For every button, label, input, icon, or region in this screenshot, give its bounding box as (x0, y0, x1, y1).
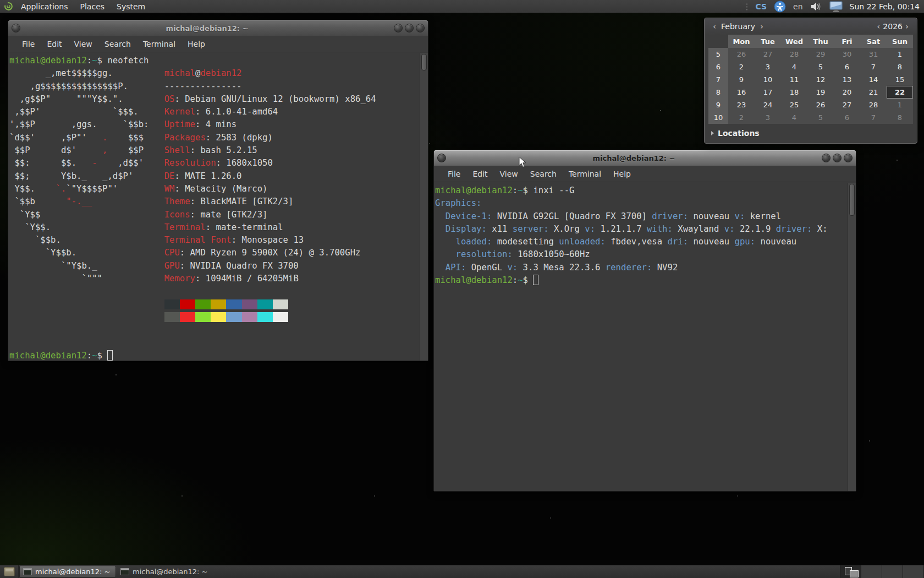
calendar-day[interactable]: 21 (860, 86, 887, 99)
menu-item-help[interactable]: Help (607, 167, 637, 181)
menu-item-view[interactable]: View (68, 37, 98, 51)
calendar-day[interactable]: 7 (860, 61, 887, 73)
calendar-day[interactable]: 6 (834, 61, 860, 73)
calendar-day[interactable]: 18 (781, 86, 807, 99)
calendar-day[interactable]: 2 (728, 111, 755, 124)
calendar-day[interactable]: 2 (728, 61, 755, 73)
locations-expander[interactable]: Locations (705, 124, 917, 140)
calendar-day[interactable]: 17 (755, 86, 781, 99)
calendar-day[interactable]: 3 (755, 111, 781, 124)
menu-item-search[interactable]: Search (98, 37, 137, 51)
menu-item-view[interactable]: View (494, 167, 524, 181)
menu-item-file[interactable]: File (442, 167, 466, 181)
calendar-day[interactable]: 13 (834, 73, 860, 86)
calendar-day[interactable]: 28 (860, 99, 887, 111)
top-panel: Applications Places System CS en Sun 22 … (0, 0, 924, 13)
close-button[interactable] (844, 154, 853, 162)
calendar-day[interactable]: 5 (807, 61, 834, 73)
panel-notification-area: CS en Sun 22 Feb, 00:14 (746, 0, 924, 13)
close-button[interactable] (416, 24, 425, 32)
menu-item-terminal[interactable]: Terminal (137, 37, 182, 51)
day-header-sun: Sun (887, 35, 913, 48)
calendar-day[interactable]: 16 (728, 86, 755, 99)
calendar-day[interactable]: 29 (807, 48, 834, 61)
terminal2-scrollbar[interactable] (848, 183, 856, 491)
terminal-line: Display: x11 server: X.Org v: 1.21.1.7 w… (435, 223, 848, 236)
calendar-day[interactable]: 9 (728, 73, 755, 86)
calendar-day[interactable]: 25 (781, 99, 807, 111)
calendar-day[interactable]: 7 (860, 111, 887, 124)
window-menu-button[interactable] (12, 24, 20, 32)
menu-item-edit[interactable]: Edit (41, 37, 68, 51)
minimize-button[interactable] (394, 24, 403, 32)
menu-item-terminal[interactable]: Terminal (563, 167, 607, 181)
calendar-day[interactable]: 4 (781, 61, 807, 73)
prev-year-button[interactable]: ‹ (874, 22, 883, 31)
calendar-day[interactable]: 24 (755, 99, 781, 111)
calendar-day[interactable]: 27 (755, 48, 781, 61)
calendar-day[interactable]: 6 (834, 111, 860, 124)
maximize-button[interactable] (833, 154, 842, 162)
terminal2-titlebar[interactable]: michal@debian12: ~ (434, 150, 856, 166)
menu-item-edit[interactable]: Edit (466, 167, 493, 181)
terminal-line: `$$b. Terminal Font: Monospace 13 (9, 234, 420, 247)
accessibility-icon[interactable] (774, 1, 786, 13)
calendar-day[interactable]: 3 (755, 61, 781, 73)
prev-month-button[interactable]: ‹ (710, 22, 719, 31)
terminal1-titlebar[interactable]: michal@debian12: ~ (8, 20, 428, 36)
menu-applications[interactable]: Applications (15, 0, 74, 13)
show-desktop-button[interactable] (0, 565, 19, 578)
calendar-day[interactable]: 23 (728, 99, 755, 111)
calendar-day[interactable]: 10 (755, 73, 781, 86)
taskbar-window-button[interactable]: michal@debian12: ~ (117, 566, 214, 577)
calendar-day[interactable]: 20 (834, 86, 860, 99)
calendar-day[interactable]: 12 (807, 73, 834, 86)
workspace-2[interactable] (861, 565, 882, 578)
calendar-day[interactable]: 8 (887, 61, 913, 73)
calendar-day[interactable]: 4 (781, 111, 807, 124)
window-menu-button[interactable] (437, 154, 446, 162)
taskbar-window-button[interactable]: michal@debian12: ~ (19, 566, 116, 577)
calendar-day[interactable]: 31 (860, 48, 887, 61)
menu-item-file[interactable]: File (16, 37, 41, 51)
calendar-day[interactable]: 1 (887, 48, 913, 61)
menu-item-search[interactable]: Search (524, 167, 563, 181)
calendar-day[interactable]: 14 (860, 73, 887, 86)
terminal-window-2: michal@debian12: ~ FileEditViewSearchTer… (433, 150, 856, 492)
volume-icon[interactable] (810, 1, 822, 12)
minimize-button[interactable] (822, 154, 831, 162)
menu-system[interactable]: System (111, 0, 151, 13)
calendar-day[interactable]: 1 (887, 99, 913, 111)
calendar-day[interactable]: 26 (807, 99, 834, 111)
terminal1-scrollbar[interactable] (420, 53, 428, 361)
calendar-day[interactable]: 28 (781, 48, 807, 61)
calendar-day[interactable]: 19 (807, 86, 834, 99)
workspace-4[interactable] (903, 565, 924, 578)
display-icon[interactable] (829, 1, 843, 12)
language-indicator[interactable]: en (793, 2, 803, 11)
terminal2-screen[interactable]: michal@debian12:~$ inxi --GGraphics: Dev… (434, 183, 848, 491)
terminal1-screen[interactable]: michal@debian12:~$ neofetch _,met$$$$$gg… (8, 53, 420, 361)
calendar-day[interactable]: 5 (807, 111, 834, 124)
calendar-day[interactable]: 15 (887, 73, 913, 86)
calendar-corner-cell (708, 35, 728, 48)
applet-drag-handle[interactable] (746, 3, 748, 10)
keyboard-layout-indicator[interactable]: CS (755, 2, 767, 11)
calendar-day[interactable]: 30 (834, 48, 860, 61)
terminal1-scrollbar-thumb[interactable] (421, 54, 427, 70)
terminal2-scrollbar-thumb[interactable] (849, 184, 855, 216)
calendar-day[interactable]: 26 (728, 48, 755, 61)
next-month-button[interactable]: › (757, 22, 766, 31)
workspace-1[interactable] (840, 565, 861, 578)
next-year-button[interactable]: › (903, 22, 911, 31)
palette-block (164, 312, 180, 322)
maximize-button[interactable] (405, 24, 414, 32)
calendar-day[interactable]: 11 (781, 73, 807, 86)
menu-places[interactable]: Places (74, 0, 111, 13)
calendar-day[interactable]: 27 (834, 99, 860, 111)
menu-item-help[interactable]: Help (182, 37, 211, 51)
calendar-day-selected[interactable]: 22 (887, 86, 913, 99)
workspace-3[interactable] (882, 565, 903, 578)
calendar-day[interactable]: 8 (887, 111, 913, 124)
clock-applet[interactable]: Sun 22 Feb, 00:14 (850, 2, 920, 11)
